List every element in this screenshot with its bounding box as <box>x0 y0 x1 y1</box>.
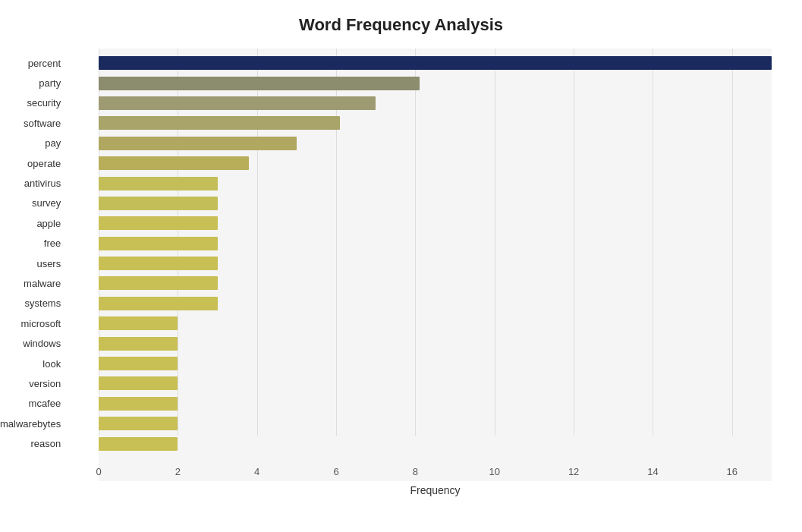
x-tick-label: 10 <box>489 466 500 477</box>
bars-container <box>99 49 772 458</box>
x-tick-label: 6 <box>333 466 338 477</box>
x-tick-label: 0 <box>96 466 101 477</box>
bar <box>99 197 218 210</box>
y-label: survey <box>0 196 67 211</box>
bar-row <box>99 176 772 191</box>
bar-row <box>99 316 772 331</box>
y-label: malwarebytes <box>0 416 67 431</box>
bar-row <box>99 416 772 431</box>
bar <box>99 216 218 230</box>
x-tick-label: 4 <box>254 466 259 477</box>
bar-row <box>99 156 772 171</box>
bar-row <box>99 55 772 71</box>
y-label: version <box>0 376 67 391</box>
bar-row <box>99 96 772 111</box>
bar-row <box>99 356 772 371</box>
y-label: pay <box>0 136 67 151</box>
bar-row <box>99 275 772 291</box>
bar <box>99 257 218 270</box>
bar-row <box>99 115 772 131</box>
bar <box>99 357 178 370</box>
bar <box>99 316 178 330</box>
bar <box>99 276 218 290</box>
x-tick-label: 2 <box>175 466 181 477</box>
y-label: free <box>0 236 67 251</box>
bar-row <box>99 256 772 271</box>
y-label: users <box>0 256 67 271</box>
bar-row <box>99 236 772 251</box>
bar-row <box>99 216 772 231</box>
bar <box>99 116 340 130</box>
bar-row <box>99 136 772 151</box>
y-label: party <box>0 76 67 91</box>
y-label: malware <box>0 275 67 291</box>
y-label: windows <box>0 336 67 351</box>
x-tick-label: 8 <box>413 466 418 477</box>
y-label: mcafee <box>0 396 67 411</box>
y-label: percent <box>0 55 67 71</box>
bar <box>99 376 178 390</box>
bar <box>99 137 297 150</box>
y-label: microsoft <box>0 316 67 331</box>
bar <box>99 56 772 70</box>
y-label: look <box>0 356 67 371</box>
x-axis: 0246810121416 <box>99 458 772 481</box>
bar <box>99 156 249 170</box>
bar-row <box>99 76 772 91</box>
y-label: operate <box>0 156 67 171</box>
x-tick-label: 12 <box>568 466 579 477</box>
bar-row <box>99 436 772 452</box>
x-tick-label: 14 <box>647 466 658 477</box>
y-label: systems <box>0 296 67 311</box>
bar <box>99 77 420 90</box>
y-label: antivirus <box>0 176 67 191</box>
bar <box>99 337 178 351</box>
bar <box>99 177 218 190</box>
bar-row <box>99 376 772 391</box>
bar <box>99 297 218 310</box>
bar <box>99 417 178 430</box>
chart-container: Word Frequency Analysis percentpartysecu… <box>0 0 802 532</box>
y-label: software <box>0 115 67 131</box>
bar <box>99 237 218 250</box>
y-label: reason <box>0 436 67 452</box>
x-tick-label: 16 <box>727 466 738 477</box>
chart-area: percentpartysecuritysoftwarepayoperatean… <box>99 49 772 481</box>
bar <box>99 397 178 411</box>
chart-title: Word Frequency Analysis <box>0 15 802 35</box>
bar <box>99 96 376 110</box>
y-label: apple <box>0 216 67 231</box>
bar-row <box>99 196 772 211</box>
y-label: security <box>0 96 67 111</box>
bar <box>99 437 178 451</box>
bar-row <box>99 396 772 411</box>
bar-row <box>99 296 772 311</box>
x-axis-label: Frequency <box>99 484 772 496</box>
bar-row <box>99 336 772 351</box>
y-axis-labels: percentpartysecuritysoftwarepayoperatean… <box>0 49 67 458</box>
